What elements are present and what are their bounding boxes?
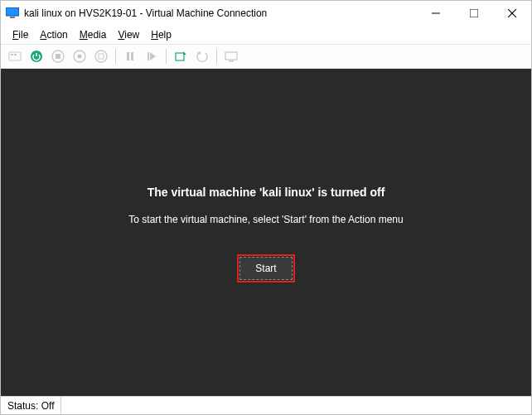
svg-rect-1 <box>10 17 15 18</box>
window-title: kali linux on HVS2K19-01 - Virtual Machi… <box>24 7 417 19</box>
svg-rect-18 <box>131 52 133 60</box>
svg-rect-17 <box>127 52 129 60</box>
save-icon[interactable] <box>92 47 110 65</box>
svg-rect-24 <box>225 52 237 60</box>
checkpoint-icon[interactable] <box>172 47 190 65</box>
menubar: File Action Media View Help <box>1 26 531 44</box>
toolbar-separator <box>115 49 116 64</box>
svg-rect-7 <box>11 54 13 55</box>
enhanced-session-icon[interactable] <box>222 47 240 65</box>
ctrl-alt-del-icon[interactable] <box>6 47 24 65</box>
close-button[interactable] <box>493 1 531 26</box>
svg-rect-16 <box>99 54 104 59</box>
reset-icon[interactable] <box>143 47 161 65</box>
menu-media[interactable]: Media <box>75 27 112 42</box>
app-monitor-icon <box>6 7 19 19</box>
revert-icon[interactable] <box>193 47 211 65</box>
toolbar-separator <box>166 49 167 64</box>
start-icon[interactable] <box>27 47 46 65</box>
svg-rect-3 <box>470 9 478 17</box>
svg-rect-8 <box>14 54 17 55</box>
start-button[interactable]: Start <box>239 257 292 280</box>
turn-off-icon[interactable] <box>49 47 67 65</box>
svg-marker-22 <box>183 51 186 55</box>
status-text: Status: Off <box>1 397 61 414</box>
toolbar-separator <box>216 49 217 64</box>
window-controls <box>417 1 531 26</box>
svg-marker-20 <box>150 52 156 60</box>
menu-view[interactable]: View <box>113 27 144 42</box>
svg-rect-21 <box>176 53 184 60</box>
menu-file[interactable]: File <box>7 27 33 42</box>
menu-help[interactable]: Help <box>146 27 177 42</box>
svg-rect-0 <box>6 7 19 16</box>
shutdown-icon[interactable] <box>70 47 89 65</box>
menu-action[interactable]: Action <box>35 27 72 42</box>
vm-connection-window: kali linux on HVS2K19-01 - Virtual Machi… <box>0 0 532 415</box>
svg-rect-25 <box>229 60 234 62</box>
svg-rect-6 <box>9 52 21 60</box>
minimize-button[interactable] <box>417 1 455 26</box>
svg-rect-12 <box>56 54 60 59</box>
statusbar: Status: Off <box>1 396 531 414</box>
vm-off-headline: The virtual machine 'kali linux' is turn… <box>148 186 385 199</box>
svg-rect-19 <box>148 52 149 60</box>
maximize-button[interactable] <box>455 1 493 26</box>
vm-off-instruction: To start the virtual machine, select 'St… <box>128 214 403 225</box>
svg-point-15 <box>95 51 107 62</box>
toolbar <box>1 44 531 69</box>
vm-viewport: The virtual machine 'kali linux' is turn… <box>1 69 531 396</box>
titlebar: kali linux on HVS2K19-01 - Virtual Machi… <box>1 1 531 26</box>
pause-icon[interactable] <box>121 47 139 65</box>
svg-point-14 <box>78 55 82 59</box>
